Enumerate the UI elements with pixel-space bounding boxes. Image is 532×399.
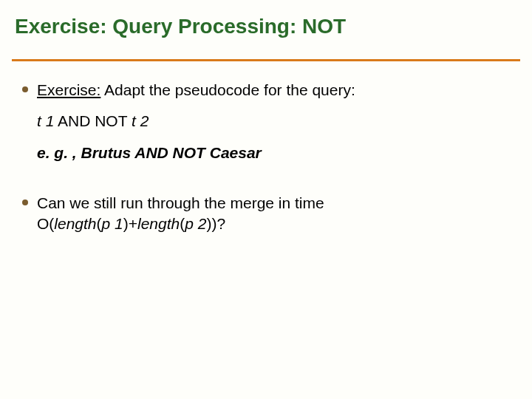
bullet-2-text: Can we still run through the merge in ti… — [37, 193, 324, 235]
example-line: e. g. , Brutus AND NOT Caesar — [37, 143, 510, 163]
bullet-2: Can we still run through the merge in ti… — [22, 193, 510, 235]
slide-body: Exercise: Adapt the pseudocode for the q… — [22, 80, 510, 242]
b2-mid: )+ — [123, 215, 137, 232]
b2-length2: length — [137, 215, 180, 232]
title-rule — [12, 59, 520, 61]
bullet-1-rest: Adapt the pseudocode for the query: — [100, 81, 355, 98]
exercise-label: Exercise: — [37, 81, 100, 98]
b2-line1: Can we still run through the merge in ti… — [37, 194, 324, 211]
and-not-1: AND NOT — [54, 112, 132, 129]
slide-title: Exercise: Query Processing: NOT — [15, 15, 346, 38]
b2-p1a: ( — [97, 215, 102, 232]
bullet-dot-icon — [22, 86, 28, 92]
eg-label: e. g. , — [37, 144, 81, 161]
b2-length1: length — [54, 215, 96, 232]
term-t1: t 1 — [37, 112, 54, 129]
bullet-1: Exercise: Adapt the pseudocode for the q… — [22, 80, 510, 100]
term-t2: t 2 — [132, 112, 149, 129]
b2-p1: p 1 — [102, 215, 123, 232]
spacer — [22, 171, 510, 193]
query-line: t 1 AND NOT t 2 — [37, 111, 510, 132]
b2-o: O( — [37, 215, 54, 232]
slide: Exercise: Query Processing: NOT Exercise… — [0, 0, 532, 399]
eg-rest: Brutus AND NOT Caesar — [81, 144, 262, 161]
b2-tail: ))? — [206, 215, 225, 232]
bullet-1-text: Exercise: Adapt the pseudocode for the q… — [37, 80, 355, 100]
b2-p2: p 2 — [185, 215, 206, 232]
bullet-dot-icon — [22, 200, 28, 205]
